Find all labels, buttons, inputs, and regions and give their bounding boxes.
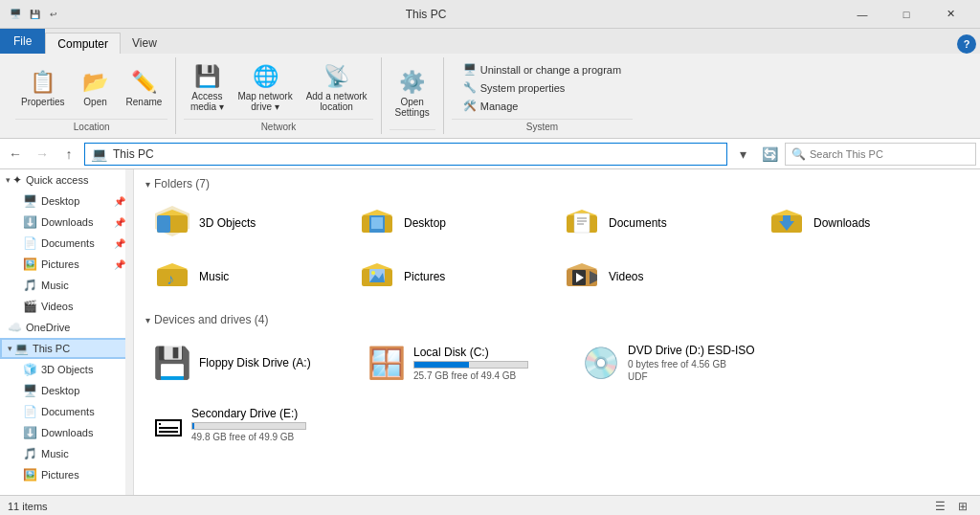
folder-documents-icon [563,202,601,245]
pin-icon: 📌 [114,196,125,207]
open-button[interactable]: 📂 Open [73,60,119,116]
rename-icon: ✏️ [131,70,157,95]
sidebar-item-pictures[interactable]: 🖼️ Pictures 📌 [0,254,133,275]
ribbon: File Computer View ? 📋 Properties 📂 Open… [0,29,980,139]
open-settings-button[interactable]: ⚙️ OpenSettings [390,66,435,122]
properties-button[interactable]: 📋 Properties [15,60,71,116]
sidebar-item-onedrive[interactable]: ☁️ OneDrive [0,317,133,338]
minimize-button[interactable]: — [840,0,884,29]
folders-section-label: Folders (7) [154,177,210,190]
folder-3dobjects-name: 3D Objects [199,216,256,230]
add-network-button[interactable]: 📡 Add a networklocation [301,60,373,116]
sidebar-item-pictures2[interactable]: 🖼️ Pictures [0,464,133,485]
onedrive-icon: ☁️ [8,321,22,334]
sidebar-item-desktop[interactable]: 🖥️ Desktop 📌 [0,190,133,212]
settings-buttons: ⚙️ OpenSettings [390,57,435,129]
sidebar-downloads2-label: Downloads [41,427,93,438]
back-button[interactable]: ← [4,143,27,166]
manage-button[interactable]: 🛠️ Manage [459,98,625,114]
sidebar-item-music[interactable]: 🎵 Music [0,275,133,296]
dvd-format: UDF [628,371,755,382]
maximize-button[interactable]: □ [884,0,928,29]
sidebar-item-downloads[interactable]: ⬇️ Downloads 📌 [0,212,133,233]
sidebar-item-quick-access[interactable]: ▾ ✦ Quick access [0,169,133,190]
dvd-icon: 💿 [582,345,620,381]
sidebar-downloads-label: Downloads [41,216,93,228]
secondary-e-bar-bg [191,422,306,430]
uninstall-label: Uninstall or change a program [480,64,621,76]
sidebar-item-documents[interactable]: 📄 Documents 📌 [0,233,133,254]
search-box[interactable]: 🔍 [785,143,976,166]
refresh-button[interactable]: 🔄 [758,143,781,166]
up-button[interactable]: ↑ [57,143,80,166]
rename-label: Rename [126,97,163,107]
details-view-button[interactable]: ☰ [930,498,949,515]
sidebar-item-downloads2[interactable]: ⬇️ Downloads [0,422,133,443]
drive-item-local-c[interactable]: 🪟 Local Disk (C:) 25.7 GB free of 49.4 G… [360,334,570,392]
desktop-icon: 🖥️ [23,194,37,208]
videos-sidebar-icon: 🎬 [23,300,37,313]
folder-item-documents[interactable]: Documents [555,198,756,248]
folders-section-header[interactable]: ▾ Folders (7) [145,177,969,190]
system-items: 🖥️ Uninstall or change a program 🔧 Syste… [452,57,633,118]
documents-pin-icon: 📌 [114,238,125,249]
folder-item-3dobjects[interactable]: 3D Objects [145,198,346,248]
sidebar-documents2-label: Documents [41,406,95,417]
sidebar-item-desktop2[interactable]: 🖥️ Desktop [0,380,133,401]
forward-button[interactable]: → [31,143,54,166]
drive-item-floppy[interactable]: 💾 Floppy Disk Drive (A:) [145,334,356,392]
sidebar-item-3dobjects[interactable]: 🧊 3D Objects [0,359,133,380]
properties-icon: 📋 [30,70,56,95]
close-button[interactable]: ✕ [928,0,972,29]
address-bar: ← → ↑ 💻 This PC ▾ 🔄 🔍 [0,139,980,169]
dropdown-button[interactable]: ▾ [731,143,754,166]
secondary-e-bar-fill [192,423,194,429]
folder-item-desktop[interactable]: Desktop [350,198,551,248]
open-settings-label: OpenSettings [395,97,430,118]
system-group-label: System [452,119,633,134]
sidebar-3dobjects-label: 3D Objects [41,364,93,375]
folder-item-pictures[interactable]: Pictures [350,252,551,302]
drive-item-secondary-e[interactable]: 🖴 Secondary Drive (E:) 49.8 GB free of 4… [145,395,356,453]
drive-item-dvd[interactable]: 💿 DVD Drive (D:) ESD-ISO 0 bytes free of… [574,334,785,392]
window-title: This PC [69,8,783,21]
map-network-button[interactable]: 🌐 Map networkdrive ▾ [232,60,298,116]
folder-3d-icon [153,202,191,245]
tab-file[interactable]: File [0,29,45,54]
sidebar-item-music2[interactable]: 🎵 Music [0,443,133,464]
settings-icon: ⚙️ [399,70,425,95]
ribbon-tab-bar: File Computer View ? [0,29,980,54]
folder-videos-name: Videos [609,270,643,283]
sidebar-item-thispc[interactable]: ▾ 💻 This PC [0,338,133,359]
folder-pictures-icon [358,256,396,299]
title-bar: 🖥️ 💾 ↩ This PC — □ ✕ [0,0,980,29]
search-input[interactable] [810,148,969,160]
tab-computer[interactable]: Computer [45,33,121,54]
svg-point-18 [371,271,375,275]
help-button[interactable]: ? [957,34,976,54]
sidebar-item-videos[interactable]: 🎬 Videos [0,296,133,317]
sidebar-desktop2-label: Desktop [41,385,79,396]
floppy-icon: 💾 [153,345,191,381]
floppy-info: Floppy Disk Drive (A:) [199,356,311,369]
sidebar-onedrive-label: OneDrive [26,322,70,333]
address-path[interactable]: 💻 This PC [84,143,727,166]
folder-item-music[interactable]: ♪ Music [145,252,346,302]
devices-section-header[interactable]: ▾ Devices and drives (4) [145,313,969,326]
access-media-button[interactable]: 💾 Accessmedia ▾ [184,60,230,116]
folder-item-downloads[interactable]: Downloads [760,198,961,248]
folder-desktop-name: Desktop [404,216,446,230]
folder-item-videos[interactable]: Videos [555,252,756,302]
folders-grid: 3D Objects Desktop [145,198,969,302]
properties-label: Properties [21,97,65,107]
sidebar-item-documents2[interactable]: 📄 Documents [0,401,133,422]
ribbon-group-settings: ⚙️ OpenSettings [382,57,444,134]
system-properties-button[interactable]: 🔧 System properties [459,79,625,96]
pc-icon: 💻 [91,146,107,162]
pictures-sidebar-icon: 🖼️ [23,258,37,271]
tab-view[interactable]: View [121,33,168,54]
rename-button[interactable]: ✏️ Rename [121,60,168,116]
uninstall-button[interactable]: 🖥️ Uninstall or change a program [459,61,625,78]
large-icons-view-button[interactable]: ⊞ [953,498,972,515]
status-bar: 11 items ☰ ⊞ [0,495,980,515]
